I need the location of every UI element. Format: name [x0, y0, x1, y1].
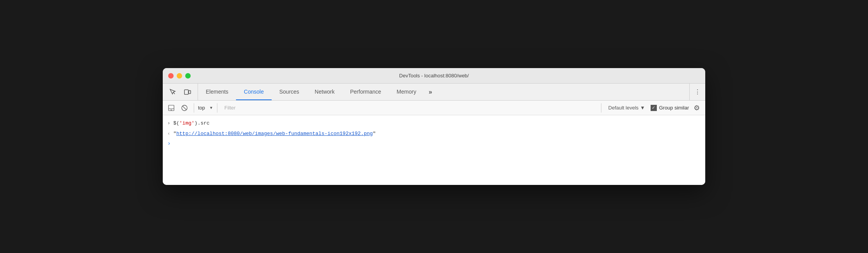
tab-network[interactable]: Network [307, 84, 342, 100]
console-input-field[interactable] [174, 140, 701, 146]
gear-icon: ⚙ [694, 104, 700, 112]
group-similar-toggle[interactable]: ✓ Group similar [651, 105, 689, 111]
title-bar: DevTools - localhost:8080/web/ [163, 68, 705, 84]
tab-sources[interactable]: Sources [272, 84, 307, 100]
maximize-button[interactable] [185, 73, 191, 79]
minimize-button[interactable] [177, 73, 182, 79]
toolbar-divider-1 [194, 103, 194, 113]
traffic-lights [168, 73, 191, 79]
default-levels-arrow-icon: ▼ [640, 105, 645, 111]
tabs: Elements Console Sources Network Perform… [198, 84, 689, 100]
tab-elements[interactable]: Elements [198, 84, 236, 100]
window-title: DevTools - localhost:8080/web/ [399, 73, 469, 79]
tab-console[interactable]: Console [236, 84, 271, 100]
input-arrow-icon: › [167, 120, 170, 127]
svg-rect-2 [189, 91, 191, 94]
svg-rect-1 [184, 90, 188, 94]
default-levels-button[interactable]: Default levels ▼ [605, 105, 648, 111]
console-settings-button[interactable]: ⚙ [691, 103, 702, 113]
console-prompt-icon: › [167, 140, 170, 147]
svg-line-0 [173, 92, 175, 94]
context-selector[interactable]: top ▼ [198, 105, 213, 111]
tab-performance[interactable]: Performance [342, 84, 389, 100]
svg-marker-5 [170, 109, 172, 110]
console-toolbar: top ▼ Default levels ▼ ✓ Group similar ⚙ [163, 101, 705, 115]
show-console-drawer-button[interactable] [166, 103, 177, 113]
group-similar-checkbox-icon: ✓ [651, 105, 657, 111]
console-line-input: › $('img').src [163, 118, 705, 129]
more-tabs-button[interactable]: » [424, 84, 437, 100]
devtools-window: DevTools - localhost:8080/web/ Elements [163, 68, 705, 185]
tab-bar-icons [163, 84, 198, 100]
console-expression: $('img').src [173, 120, 210, 128]
svg-line-7 [183, 106, 186, 110]
clear-console-button[interactable] [179, 103, 190, 113]
device-toolbar-icon[interactable] [182, 87, 193, 97]
toolbar-divider-3 [601, 103, 601, 113]
result-url-link[interactable]: http://localhost:8080/web/images/web-fun… [176, 131, 373, 137]
close-button[interactable] [168, 73, 174, 79]
console-result: "http://localhost:8080/web/images/web-fu… [173, 130, 376, 138]
tab-memory[interactable]: Memory [389, 84, 424, 100]
console-input-line[interactable]: › [163, 139, 705, 148]
filter-input[interactable] [221, 105, 597, 111]
toolbar-divider-2 [217, 103, 217, 113]
element-picker-icon[interactable] [167, 87, 178, 97]
context-select-input[interactable]: top [198, 105, 213, 111]
tab-bar: Elements Console Sources Network Perform… [163, 84, 705, 101]
devtools-menu-button[interactable]: ⋮ [689, 84, 705, 100]
output-arrow-icon: ‹ [167, 130, 170, 138]
console-line-output: ‹ "http://localhost:8080/web/images/web-… [163, 129, 705, 139]
console-output: › $('img').src ‹ "http://localhost:8080/… [163, 115, 705, 185]
